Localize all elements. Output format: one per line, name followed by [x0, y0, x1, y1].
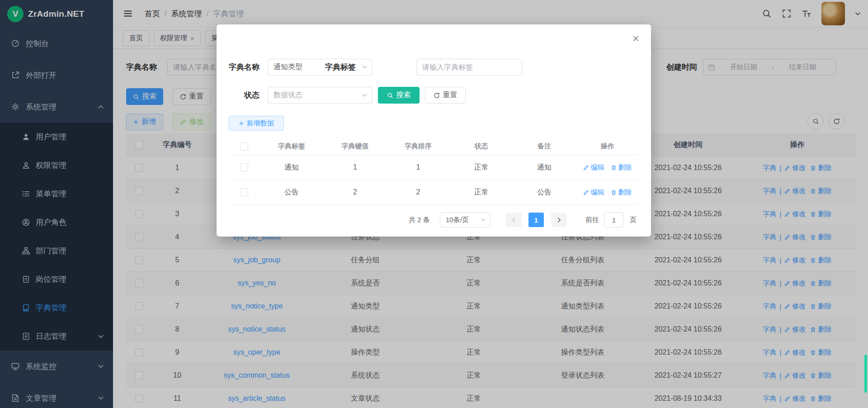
- header-status: 状态: [450, 138, 513, 155]
- trash-icon: [611, 165, 617, 171]
- header-remark: 备注: [513, 138, 576, 155]
- dialog-table-row: 公告 2 2 正常 公告 编辑删除: [229, 180, 639, 205]
- scrollbar-thumb[interactable]: [864, 355, 867, 393]
- dialog-reset-button[interactable]: 重置: [425, 87, 466, 104]
- dialog-search-button[interactable]: 搜索: [378, 87, 420, 104]
- dict-sort-cell: 1: [387, 155, 450, 180]
- chevron-down-icon: [362, 64, 368, 70]
- delete-link[interactable]: 删除: [611, 188, 632, 197]
- header-dict-tag: 字典标签: [259, 138, 324, 155]
- dialog-dict-tag-label: 字典标签: [325, 59, 356, 76]
- dialog-dict-name-label: 字典名称: [227, 59, 259, 76]
- dict-tag-input[interactable]: [416, 59, 522, 76]
- dict-value-cell: 1: [324, 155, 387, 180]
- search-icon: [387, 92, 393, 99]
- dialog-status-label: 状态: [227, 87, 259, 104]
- status-cell: 正常: [450, 180, 513, 205]
- goto-page-input[interactable]: [604, 212, 623, 228]
- chevron-right-icon: [556, 217, 562, 223]
- dialog-table-row: 通知 1 1 正常 通知 编辑删除: [229, 155, 639, 180]
- chevron-left-icon: [511, 217, 517, 223]
- dict-tag-cell: 通知: [259, 155, 324, 180]
- edit-link[interactable]: 编辑: [583, 188, 604, 197]
- add-dict-data-button[interactable]: + 新增数据: [229, 116, 284, 131]
- dialog-table-header-row: 字典标签 字典键值 字典排序 状态 备注 操作: [229, 138, 639, 155]
- refresh-icon: [434, 92, 440, 99]
- header-dict-value: 字典键值: [324, 138, 387, 155]
- ops-cell: 编辑删除: [576, 155, 639, 180]
- dict-value-cell: 2: [324, 180, 387, 205]
- close-icon[interactable]: ×: [632, 33, 639, 44]
- pagination-total: 共 2 条: [409, 212, 430, 228]
- remark-cell: 公告: [513, 180, 576, 205]
- chevron-down-icon: [362, 92, 368, 98]
- header-dict-sort: 字典排序: [387, 138, 450, 155]
- dict-name-select[interactable]: 通知类型: [268, 59, 372, 76]
- remark-cell: 通知: [513, 155, 576, 180]
- ops-cell: 编辑删除: [576, 180, 639, 205]
- page-unit-label: 页: [630, 212, 637, 228]
- header-ops: 操作: [576, 138, 639, 155]
- dict-data-table: 字典标签 字典键值 字典排序 状态 备注 操作 通知 1 1 正常 通知 编: [229, 138, 639, 205]
- dict-tag-cell: 公告: [259, 180, 324, 205]
- dict-sort-cell: 2: [387, 180, 450, 205]
- row-checkbox[interactable]: [240, 188, 248, 196]
- goto-page-label: 前往: [585, 212, 599, 228]
- delete-link[interactable]: 删除: [611, 163, 632, 172]
- status-cell: 正常: [450, 155, 513, 180]
- pencil-icon: [583, 190, 589, 195]
- plus-icon: +: [239, 119, 244, 128]
- current-page-button[interactable]: 1: [528, 213, 544, 227]
- row-checkbox[interactable]: [240, 163, 248, 171]
- trash-icon: [611, 190, 617, 195]
- edit-link[interactable]: 编辑: [583, 163, 604, 172]
- prev-page-button[interactable]: [506, 213, 521, 227]
- pencil-icon: [583, 165, 589, 171]
- page-size-select[interactable]: 10条/页: [440, 212, 491, 228]
- select-all-checkbox[interactable]: [240, 142, 248, 151]
- dict-data-dialog: × 字典名称 通知类型 字典标签 状态 数据状态 搜索 重置 + 新增数据: [217, 24, 651, 237]
- status-select[interactable]: 数据状态: [268, 87, 372, 104]
- next-page-button[interactable]: [551, 213, 566, 227]
- chevron-down-icon: [481, 217, 486, 223]
